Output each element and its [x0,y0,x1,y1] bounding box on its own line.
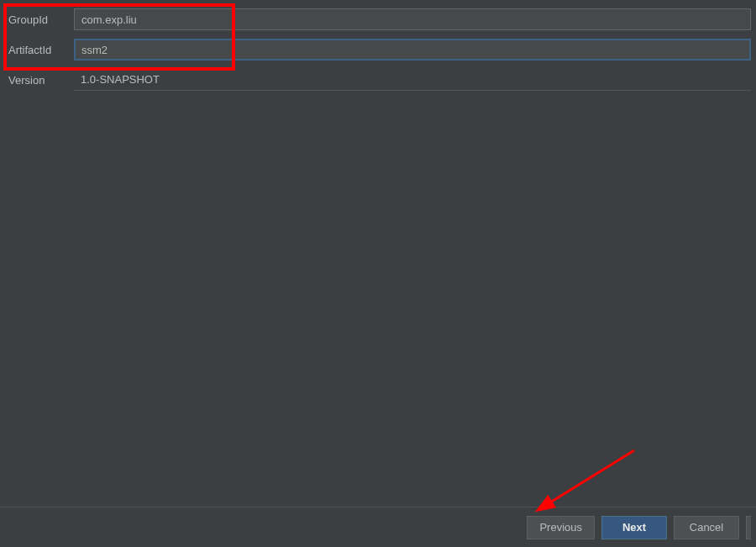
svg-line-1 [539,450,634,509]
version-input-wrap: 1.0-SNAPSHOT [74,69,751,91]
artifactid-input[interactable] [74,39,751,60]
form-area: GroupId ArtifactId Version 1.0-SNAPSHOT [0,0,756,92]
next-button[interactable]: Next [601,516,667,539]
artifactid-input-wrap [74,39,751,60]
groupid-input[interactable] [74,8,751,30]
previous-button[interactable]: Previous [527,516,595,539]
version-row: Version 1.0-SNAPSHOT [0,67,756,92]
artifactid-label: ArtifactId [0,44,74,56]
version-input[interactable]: 1.0-SNAPSHOT [74,69,751,91]
artifactid-row: ArtifactId [0,37,756,62]
version-label: Version [0,74,74,87]
groupid-input-wrap [74,8,751,30]
cancel-button[interactable]: Cancel [674,516,739,539]
groupid-row: GroupId [0,7,756,32]
wizard-footer: Previous Next Cancel [0,507,756,547]
help-button-edge[interactable] [746,516,751,539]
groupid-label: GroupId [0,13,74,26]
